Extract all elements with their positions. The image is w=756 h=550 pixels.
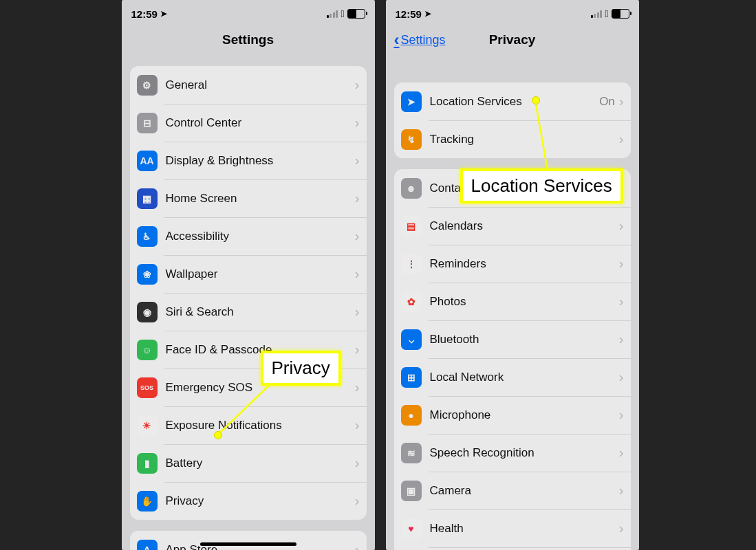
chevron-right-icon: › — [355, 190, 360, 206]
chevron-right-icon: › — [619, 131, 624, 147]
settings-group: ⚙︎General›⊟Control Center›AADisplay & Br… — [130, 66, 367, 520]
chevron-right-icon: › — [355, 342, 360, 358]
siri-icon: ◉ — [137, 302, 158, 322]
row-label: Health — [430, 522, 619, 536]
settings-row-home-screen[interactable]: ▦Home Screen› — [130, 179, 367, 217]
settings-row-sos[interactable]: SOSEmergency SOS› — [130, 368, 367, 406]
battery-icon — [347, 9, 365, 19]
location-arrow-icon: ➤ — [160, 9, 167, 19]
chevron-right-icon: › — [619, 520, 624, 536]
row-label: Exposure Notifications — [166, 419, 355, 432]
row-label: Emergency SOS — [166, 381, 355, 395]
chevron-right-icon: › — [619, 483, 624, 498]
chevron-right-icon: › — [355, 493, 360, 509]
contacts-icon: ☻ — [401, 178, 422, 199]
chevron-right-icon: › — [619, 294, 624, 309]
gear-icon: ⚙︎ — [137, 75, 158, 96]
settings-row-exposure[interactable]: ☀︎Exposure Notifications› — [130, 406, 367, 444]
appstore-icon: A — [137, 540, 158, 551]
settings-row-speech[interactable]: ≋Speech Recognition› — [394, 434, 631, 472]
chevron-right-icon: › — [355, 77, 360, 93]
settings-group: ☻Contacts›▤Calendars›⋮Reminders›✿Photos›… — [394, 169, 631, 550]
row-label: Face ID & Passcode — [166, 343, 355, 357]
nav-bar: ‹ Settings Privacy — [386, 25, 639, 55]
chevron-right-icon: › — [619, 94, 624, 109]
chevron-right-icon: › — [355, 228, 360, 244]
status-bar: 12:59 ➤ 􀙇 — [386, 0, 639, 25]
row-label: Speech Recognition — [430, 446, 619, 460]
chevron-right-icon: › — [619, 445, 624, 461]
status-bar: 12:59 ➤ 􀙇 — [122, 0, 375, 25]
row-label: General — [166, 78, 355, 92]
wallpaper-icon: ❀ — [137, 264, 158, 285]
row-label: Contacts — [430, 182, 619, 195]
settings-row-health[interactable]: ♥Health› — [394, 509, 631, 547]
row-label: Calendars — [430, 219, 619, 233]
battery-icon: ▮ — [137, 453, 158, 474]
row-label: Display & Brightness — [166, 154, 355, 168]
chevron-right-icon: › — [355, 266, 360, 282]
home-indicator — [200, 542, 296, 546]
back-label: Settings — [401, 33, 446, 47]
settings-row-photos[interactable]: ✿Photos› — [394, 283, 631, 320]
status-time: 12:59 — [396, 8, 422, 20]
chevron-right-icon: › — [355, 417, 360, 433]
settings-row-contacts[interactable]: ☻Contacts› — [394, 169, 631, 207]
page-title: Settings — [222, 32, 274, 47]
settings-row-wallpaper[interactable]: ❀Wallpaper› — [130, 255, 367, 293]
camera-icon: ▣ — [401, 481, 422, 501]
chevron-right-icon: › — [619, 331, 624, 347]
reminders-icon: ⋮ — [401, 254, 422, 274]
settings-row-gear[interactable]: ⚙︎General› — [130, 66, 367, 104]
settings-row-privacy[interactable]: ✋Privacy› — [130, 482, 367, 520]
settings-row-camera[interactable]: ▣Camera› — [394, 472, 631, 509]
row-label: Privacy — [166, 494, 355, 508]
settings-row-control-center[interactable]: ⊟Control Center› — [130, 104, 367, 142]
row-value: On — [599, 95, 615, 109]
settings-group: ➤Location ServicesOn›↯Tracking› — [394, 82, 631, 158]
settings-row-battery[interactable]: ▮Battery› — [130, 444, 367, 482]
display-icon: AA — [137, 151, 158, 171]
accessibility-icon: ♿︎ — [137, 226, 158, 247]
settings-row-tracking[interactable]: ↯Tracking› — [394, 120, 631, 158]
settings-row-accessibility[interactable]: ♿︎Accessibility› — [130, 217, 367, 255]
chevron-right-icon: › — [619, 218, 624, 234]
settings-row-siri[interactable]: ◉Siri & Search› — [130, 293, 367, 331]
back-button[interactable]: ‹ Settings — [394, 30, 446, 50]
localnetwork-icon: ⊞ — [401, 367, 422, 388]
chevron-right-icon: › — [355, 115, 360, 131]
wifi-icon: 􀙇 — [605, 8, 608, 19]
bluetooth-icon: ⌵ — [401, 329, 422, 350]
settings-row-appstore[interactable]: AApp Store› — [130, 531, 367, 550]
row-label: Tracking — [430, 133, 619, 146]
settings-row-location[interactable]: ➤Location ServicesOn› — [394, 82, 631, 120]
settings-row-research[interactable]: ◑Research Sensor & Usage Data› — [394, 547, 631, 550]
chevron-right-icon: › — [619, 407, 624, 423]
row-label: Photos — [430, 295, 619, 309]
health-icon: ♥ — [401, 518, 422, 539]
settings-row-bluetooth[interactable]: ⌵Bluetooth› — [394, 320, 631, 358]
settings-row-reminders[interactable]: ⋮Reminders› — [394, 245, 631, 283]
photos-icon: ✿ — [401, 292, 422, 312]
settings-group: AApp Store›▭Wallet & Apple Pay› — [130, 531, 367, 550]
settings-row-display[interactable]: AADisplay & Brightness› — [130, 142, 367, 179]
nav-bar: Settings — [122, 25, 375, 55]
row-label: Microphone — [430, 408, 619, 422]
row-label: Location Services — [430, 95, 600, 109]
chevron-left-icon: ‹ — [394, 30, 400, 50]
location-icon: ➤ — [401, 91, 422, 112]
settings-screen: 12:59 ➤ 􀙇 Settings ⚙︎General›⊟Control Ce… — [122, 0, 375, 550]
settings-row-calendars[interactable]: ▤Calendars› — [394, 207, 631, 245]
settings-row-localnetwork[interactable]: ⊞Local Network› — [394, 358, 631, 396]
row-label: Local Network — [430, 371, 619, 384]
row-label: Control Center — [166, 116, 355, 130]
signal-icon — [591, 10, 603, 18]
settings-row-faceid[interactable]: ☺︎Face ID & Passcode› — [130, 331, 367, 368]
chevron-right-icon: › — [355, 304, 360, 320]
chevron-right-icon: › — [355, 455, 360, 471]
exposure-icon: ☀︎ — [137, 415, 158, 436]
status-time: 12:59 — [131, 8, 158, 20]
settings-row-microphone[interactable]: ●Microphone› — [394, 396, 631, 434]
row-label: Battery — [166, 456, 355, 470]
row-label: Wallpaper — [166, 267, 355, 281]
